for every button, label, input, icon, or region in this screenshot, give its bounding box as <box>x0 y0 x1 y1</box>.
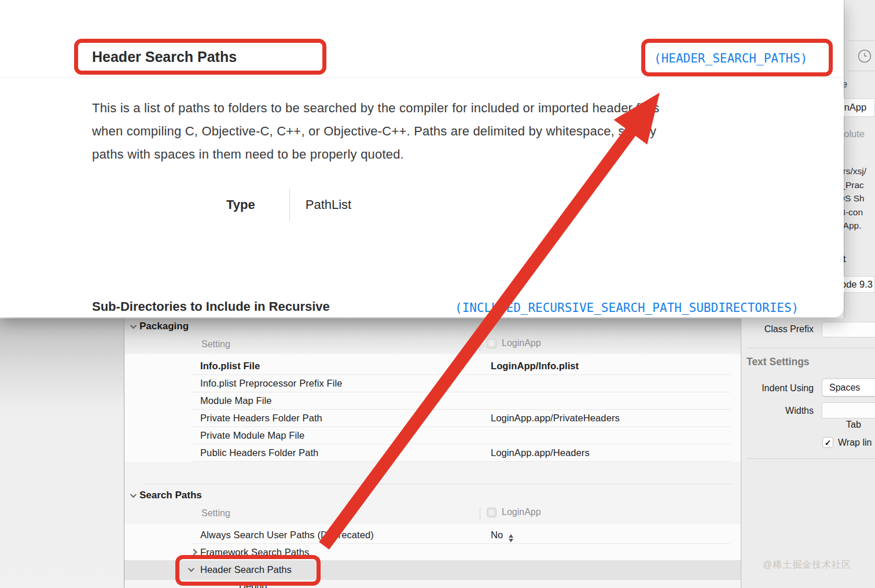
type-row: Type PathList <box>226 189 351 221</box>
wrap-lines-checkbox[interactable]: ✓ <box>822 437 833 448</box>
setting-label: Private Module Map File <box>200 430 304 441</box>
table-row[interactable]: Module Map File <box>124 392 741 410</box>
packaging-rows: Info.plist File LoginApp/Info.plist Info… <box>124 354 741 462</box>
inspector-strip <box>844 0 875 318</box>
watermark: @稀土掘金技术社区 <box>763 559 851 571</box>
setting-value[interactable]: LoginApp.app/PrivateHeaders <box>491 413 620 424</box>
setting-label: Public Headers Folder Path <box>200 447 318 458</box>
dropdown-value: No <box>491 530 503 540</box>
table-row[interactable]: Info.plist Preprocessor Prefix File <box>124 375 741 392</box>
type-value: PathList <box>306 197 352 212</box>
setting-value-dropdown[interactable]: No <box>491 530 513 542</box>
type-divider <box>289 189 290 221</box>
subdirectories-label: Sub-Directories to Include in Recursive <box>92 299 330 314</box>
column-header-setting: Setting <box>201 339 230 350</box>
stepper-icon[interactable] <box>509 534 513 542</box>
table-row[interactable]: Private Module Map File <box>124 427 741 444</box>
column-header-target: LoginApp <box>487 338 541 348</box>
class-prefix-label: Class Prefix <box>741 324 814 335</box>
text-settings-title: Text Settings <box>747 356 810 368</box>
subdirectories-env-var-link[interactable]: (INCLUDED_RECURSIVE_SEARCH_PATH_SUBDIREC… <box>455 301 799 315</box>
target-name: LoginApp <box>502 338 541 348</box>
dropdown-value: Spaces <box>829 383 860 393</box>
setting-label: Always Search User Paths (Deprecated) <box>200 530 374 541</box>
class-prefix-field[interactable] <box>822 322 875 337</box>
build-settings-pane: Packaging Setting LoginApp Info.plist Fi… <box>124 318 741 588</box>
section-divider <box>144 484 730 484</box>
target-name: LoginApp <box>502 507 541 517</box>
chevron-right-icon[interactable] <box>190 549 197 555</box>
section-search-paths[interactable]: Search Paths <box>130 490 202 501</box>
widths-field[interactable] <box>822 402 875 418</box>
section-title: Packaging <box>139 321 189 332</box>
column-separator <box>480 338 480 351</box>
app-icon <box>487 508 497 517</box>
navigator-sidebar <box>0 318 124 588</box>
setting-value[interactable]: LoginApp/Info.plist <box>491 361 579 372</box>
column-header-target: LoginApp <box>487 507 541 517</box>
type-label: Type <box>226 197 255 212</box>
description-line: paths with spaces in them need to be pro… <box>92 143 660 166</box>
name-value-partial: inApp <box>842 102 866 113</box>
description-line: when compiling C, Objective-C, C++, or O… <box>92 120 660 143</box>
table-row[interactable]: Info.plist File LoginApp/Info.plist <box>124 358 741 375</box>
setting-label: Private Headers Folder Path <box>200 413 322 424</box>
setting-value[interactable]: LoginApp.app/Headers <box>491 447 590 458</box>
inspector-divider <box>747 348 875 348</box>
history-clock-icon[interactable] <box>858 49 872 63</box>
annotation-box-env-var <box>641 39 833 76</box>
format-value-partial: ode 9.3 <box>841 279 873 290</box>
tab-label: Tab <box>846 420 861 430</box>
annotation-box-title <box>74 39 326 75</box>
section-packaging[interactable]: Packaging <box>130 321 189 332</box>
setting-label: Info.plist Preprocessor Prefix File <box>200 378 343 389</box>
setting-label: Info.plist File <box>200 361 260 372</box>
popover-title-divider <box>0 77 844 78</box>
widths-label: Widths <box>741 406 814 416</box>
annotation-box-header-search-paths <box>175 555 321 586</box>
chevron-down-icon[interactable] <box>130 491 137 498</box>
table-row[interactable]: Always Search User Paths (Deprecated) No <box>124 527 741 544</box>
table-row[interactable]: Public Headers Folder Path LoginApp.app/… <box>124 444 741 462</box>
setting-label: Module Map File <box>200 395 271 406</box>
column-separator <box>480 507 480 520</box>
chevron-down-icon[interactable] <box>130 322 137 329</box>
app-icon <box>487 339 497 348</box>
popover-description: This is a list of paths to folders to be… <box>92 97 660 166</box>
strip-divider <box>848 71 875 71</box>
screenshot-stage: Packaging Setting LoginApp Info.plist Fi… <box>0 0 875 588</box>
row-separator <box>192 461 730 462</box>
wrap-lines-label: Wrap lin <box>838 438 872 448</box>
description-line: This is a list of paths to folders to be… <box>92 97 660 120</box>
column-header-setting: Setting <box>201 508 230 519</box>
indent-using-dropdown[interactable]: Spaces <box>822 378 875 396</box>
indent-using-label: Indent Using <box>741 383 814 394</box>
table-row[interactable]: Private Headers Folder Path LoginApp.app… <box>124 410 741 427</box>
inspector-divider <box>747 458 875 459</box>
strip-divider <box>848 41 875 41</box>
section-title: Search Paths <box>139 490 202 501</box>
